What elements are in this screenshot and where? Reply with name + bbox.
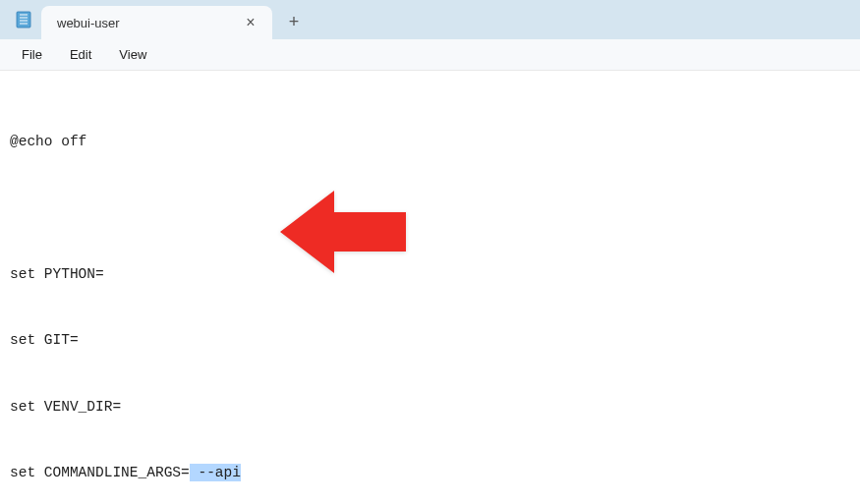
notepad-app-icon <box>14 10 33 29</box>
menu-view[interactable]: View <box>105 43 160 66</box>
editor-line: @echo off <box>10 131 850 152</box>
editor-line <box>10 196 850 218</box>
editor-line: set VENV_DIR= <box>10 396 850 418</box>
text-editor-area[interactable]: @echo off set PYTHON= set GIT= set VENV_… <box>0 71 860 504</box>
editor-line: set GIT= <box>10 329 850 351</box>
menubar: File Edit View <box>0 39 860 71</box>
titlebar: webui-user × + <box>0 0 860 39</box>
tab-title: webui-user <box>57 16 239 30</box>
tab-active[interactable]: webui-user × <box>41 6 272 39</box>
menu-file[interactable]: File <box>8 43 56 66</box>
editor-line: set PYTHON= <box>10 263 850 285</box>
line-prefix: set COMMANDLINE_ARGS= <box>10 465 190 480</box>
selected-text: --api <box>190 464 241 481</box>
editor-line: set COMMANDLINE_ARGS= --api <box>10 462 850 483</box>
new-tab-button[interactable]: + <box>278 6 310 37</box>
red-arrow-annotation-icon <box>246 161 408 310</box>
close-tab-icon[interactable]: × <box>239 11 262 34</box>
svg-rect-0 <box>17 12 30 28</box>
menu-edit[interactable]: Edit <box>56 43 105 66</box>
